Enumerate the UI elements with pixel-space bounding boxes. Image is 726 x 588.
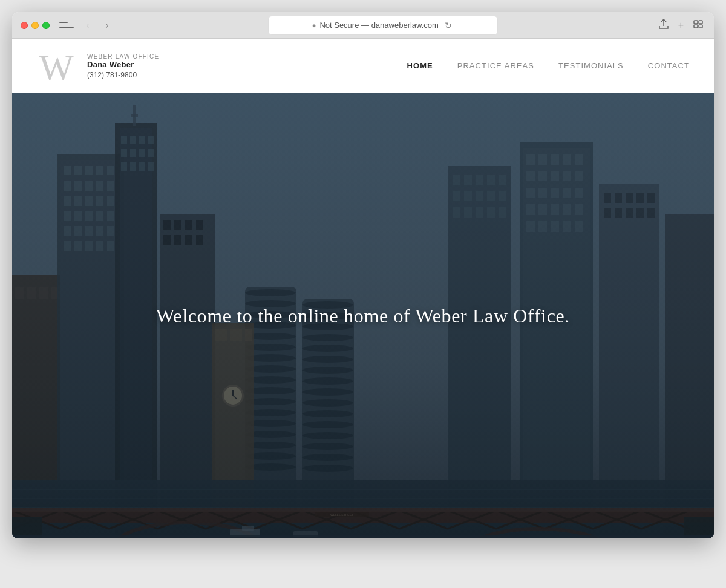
hero-title: Welcome to the online home of Weber Law … [156, 305, 570, 327]
nav-item-testimonials[interactable]: TESTIMONIALS [558, 61, 624, 70]
nav-item-practice-areas[interactable]: PRACTICE AREAS [457, 61, 534, 70]
website-content: W WEBER LAW OFFICE Dana Weber (312) 781-… [12, 39, 714, 538]
svg-text:W: W [39, 48, 74, 87]
forward-button[interactable]: › [99, 18, 115, 33]
nav-item-home[interactable]: HOME [407, 61, 433, 70]
minimize-button[interactable] [31, 22, 39, 29]
sidebar-toggle[interactable] [59, 20, 74, 31]
site-header: W WEBER LAW OFFICE Dana Weber (312) 781-… [12, 39, 714, 93]
maximize-button[interactable] [42, 22, 50, 29]
browser-controls: ‹ › [59, 18, 115, 33]
hero-content: Welcome to the online home of Weber Law … [156, 305, 570, 327]
logo-name: Dana Weber [87, 60, 159, 69]
browser-titlebar: ‹ › ● Not Secure — danaweberlaw.com ↻ + [12, 12, 714, 39]
browser-window: ‹ › ● Not Secure — danaweberlaw.com ↻ + [12, 12, 714, 538]
browser-actions: + [656, 18, 705, 33]
tab-overview-button[interactable] [691, 19, 705, 32]
security-icon: ● [312, 22, 316, 29]
back-button[interactable]: ‹ [80, 18, 96, 33]
url-text: Not Secure — danaweberlaw.com [319, 21, 439, 30]
reload-button[interactable]: ↻ [442, 19, 454, 31]
share-button[interactable] [656, 18, 671, 33]
svg-rect-2 [694, 25, 698, 28]
address-bar-container: ● Not Secure — danaweberlaw.com ↻ [120, 16, 647, 35]
new-tab-button[interactable]: + [676, 19, 686, 32]
svg-rect-214 [12, 535, 714, 538]
close-button[interactable] [21, 22, 28, 29]
logo-mark: W [36, 45, 79, 87]
logo-tagline: WEBER LAW OFFICE [87, 53, 159, 60]
svg-rect-3 [699, 25, 702, 28]
traffic-lights [21, 22, 50, 29]
svg-rect-1 [699, 21, 702, 24]
logo-phone: (312) 781-9800 [87, 71, 159, 79]
logo-area: W WEBER LAW OFFICE Dana Weber (312) 781-… [36, 45, 159, 87]
main-nav: HOME PRACTICE AREAS TESTIMONIALS CONTACT [407, 61, 690, 70]
svg-rect-0 [694, 21, 698, 24]
address-bar[interactable]: ● Not Secure — danaweberlaw.com ↻ [268, 16, 498, 35]
nav-item-contact[interactable]: CONTACT [648, 61, 690, 70]
logo-text: WEBER LAW OFFICE Dana Weber (312) 781-98… [87, 53, 159, 79]
hero-section: WELLS STREET [12, 93, 714, 538]
